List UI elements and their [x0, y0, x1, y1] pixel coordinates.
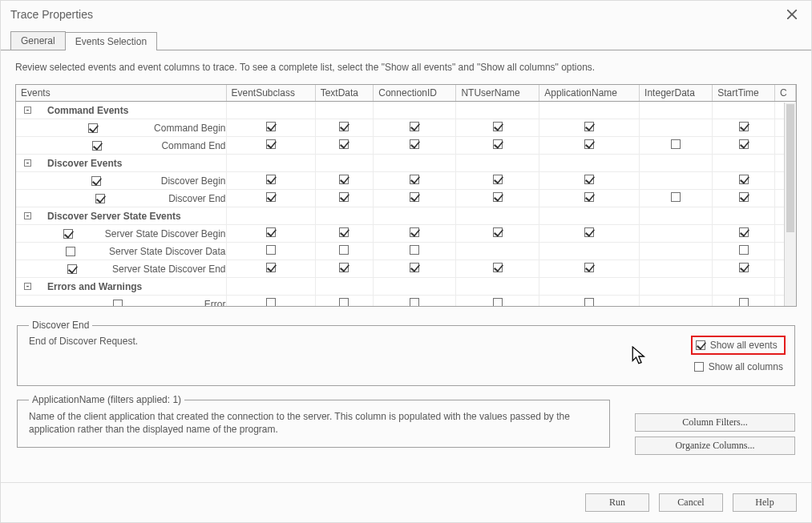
checkbox-icon[interactable]: [584, 227, 594, 237]
organize-columns-button[interactable]: Organize Columns...: [635, 437, 795, 455]
checkbox-icon[interactable]: [339, 298, 349, 307]
column-filters-button[interactable]: Column Filters...: [635, 413, 795, 432]
trace-properties-dialog: Trace Properties General Events Selectio…: [0, 0, 812, 523]
checkbox-icon[interactable]: [493, 192, 503, 202]
checkbox-icon[interactable]: [739, 298, 749, 307]
checkbox-icon[interactable]: [493, 227, 503, 237]
checkbox-icon[interactable]: [410, 192, 419, 202]
checkbox-icon[interactable]: [410, 175, 419, 184]
event-row[interactable]: Discover End: [16, 190, 796, 207]
checkbox-icon[interactable]: [339, 175, 349, 184]
checkbox-icon[interactable]: [584, 139, 594, 149]
column-header[interactable]: EventSubclass: [226, 85, 315, 102]
event-row[interactable]: Command Begin: [16, 119, 796, 137]
checkbox-icon[interactable]: [671, 139, 681, 149]
checkbox-icon[interactable]: [739, 175, 749, 184]
event-row[interactable]: Error: [16, 296, 796, 308]
window-title: Trace Properties: [10, 8, 93, 21]
checkbox-icon[interactable]: [113, 300, 123, 308]
checkbox-icon[interactable]: [493, 122, 503, 131]
checkbox-icon[interactable]: [410, 263, 419, 272]
show-all-columns-checkbox[interactable]: Show all columns: [691, 360, 786, 374]
checkbox-icon[interactable]: [739, 245, 749, 255]
checkbox-icon[interactable]: [671, 192, 681, 202]
event-label: Discover End: [168, 193, 225, 204]
checkbox-icon[interactable]: [266, 227, 276, 237]
checkbox-icon[interactable]: [584, 192, 594, 202]
column-header[interactable]: StartTime: [713, 85, 775, 102]
event-row[interactable]: Server State Discover Data: [16, 243, 796, 260]
checkbox-icon[interactable]: [584, 298, 594, 307]
checkbox-icon[interactable]: [266, 263, 276, 272]
event-row[interactable]: Server State Discover Begin: [16, 225, 796, 243]
checkbox-icon[interactable]: [584, 263, 594, 272]
checkbox-icon: [694, 362, 704, 372]
checkbox-icon[interactable]: [266, 139, 276, 149]
event-row[interactable]: Discover Begin: [16, 172, 796, 190]
column-header[interactable]: C: [774, 85, 795, 102]
expand-toggle[interactable]: -: [24, 107, 31, 114]
checkbox-icon[interactable]: [67, 264, 77, 274]
checkbox-icon[interactable]: [339, 122, 349, 131]
checkbox-icon[interactable]: [739, 263, 749, 272]
column-header[interactable]: IntegerData: [640, 85, 713, 102]
show-all-events-checkbox[interactable]: Show all events: [691, 336, 786, 355]
checkbox-icon[interactable]: [266, 192, 276, 202]
expand-toggle[interactable]: -: [24, 159, 31, 167]
cancel-button[interactable]: Cancel: [659, 493, 723, 512]
checkbox-icon[interactable]: [410, 227, 419, 237]
checkbox-icon[interactable]: [339, 263, 349, 272]
checkbox-icon[interactable]: [410, 122, 419, 131]
close-icon: [787, 10, 797, 19]
column-header[interactable]: TextData: [315, 85, 374, 102]
event-row[interactable]: Command End: [16, 137, 796, 155]
checkbox-icon[interactable]: [66, 247, 75, 256]
event-label: Server State Discover Data: [109, 246, 225, 257]
column-header[interactable]: ApplicationName: [539, 85, 640, 102]
checkbox-icon[interactable]: [493, 175, 503, 184]
checkbox-icon[interactable]: [339, 227, 349, 237]
checkbox-icon[interactable]: [493, 139, 503, 149]
checkbox-icon[interactable]: [739, 227, 749, 237]
run-button[interactable]: Run: [585, 493, 649, 512]
scrollbar[interactable]: [784, 103, 796, 306]
checkbox-icon[interactable]: [266, 122, 276, 131]
checkbox-icon[interactable]: [493, 298, 503, 307]
expand-toggle[interactable]: -: [24, 212, 31, 219]
checkbox-icon[interactable]: [739, 122, 749, 131]
checkbox-icon[interactable]: [410, 139, 419, 149]
checkbox-icon[interactable]: [584, 175, 594, 184]
event-detail-legend: Discover End: [29, 320, 92, 331]
tab-events-selection[interactable]: Events Selection: [65, 32, 157, 50]
checkbox-icon[interactable]: [739, 139, 749, 149]
checkbox-icon[interactable]: [266, 245, 276, 255]
expand-toggle[interactable]: -: [24, 283, 31, 290]
checkbox-icon[interactable]: [266, 298, 276, 307]
checkbox-icon[interactable]: [88, 123, 98, 133]
column-header[interactable]: ConnectionID: [374, 85, 456, 102]
tab-strip: General Events Selection: [1, 31, 811, 50]
events-grid[interactable]: EventsEventSubclassTextDataConnectionIDN…: [15, 84, 797, 307]
checkbox-icon[interactable]: [493, 263, 503, 272]
checkbox-icon[interactable]: [584, 122, 594, 131]
column-detail-legend: ApplicationName (filters applied: 1): [29, 394, 184, 405]
close-button[interactable]: [781, 6, 803, 23]
checkbox-icon[interactable]: [410, 298, 419, 307]
checkbox-icon[interactable]: [339, 192, 349, 202]
column-header[interactable]: NTUserName: [456, 85, 539, 102]
checkbox-icon[interactable]: [92, 141, 102, 151]
column-header[interactable]: Events: [16, 85, 226, 102]
checkbox-icon[interactable]: [339, 139, 349, 149]
help-button[interactable]: Help: [733, 493, 797, 512]
checkbox-icon[interactable]: [410, 245, 419, 255]
event-detail-box: Discover End End of Discover Request. Sh…: [17, 320, 795, 386]
checkbox-icon[interactable]: [739, 192, 749, 202]
checkbox-icon[interactable]: [95, 194, 105, 203]
tab-general[interactable]: General: [10, 31, 66, 50]
checkbox-icon[interactable]: [266, 175, 276, 184]
checkbox-icon[interactable]: [91, 176, 101, 186]
checkbox-icon[interactable]: [339, 245, 349, 255]
event-row[interactable]: Server State Discover End: [16, 260, 796, 278]
group-label: Discover Server State Events: [47, 211, 181, 222]
checkbox-icon[interactable]: [63, 229, 73, 239]
